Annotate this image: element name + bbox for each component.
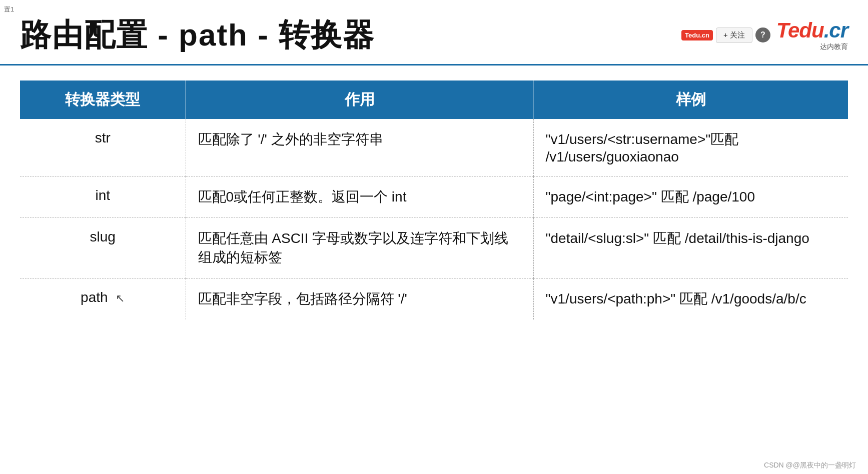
brand-block: Tedu.cr 达内教育 <box>776 18 848 52</box>
example-str: "v1/users/<str:username>"匹配 /v1/users/gu… <box>533 119 848 176</box>
content-area: 转换器类型 作用 样例 str 匹配除了 '/' 之外的非空字符串 "v1/us… <box>0 66 868 330</box>
example-path: "v1/users/<path:ph>" 匹配 /v1/goods/a/b/c <box>533 278 848 320</box>
follow-button[interactable]: + 关注 <box>716 28 752 43</box>
question-button[interactable]: ? <box>755 28 770 42</box>
table-header-row: 转换器类型 作用 样例 <box>20 80 848 119</box>
col-header-type: 转换器类型 <box>20 80 186 119</box>
page-title: 路由配置 - path - 转换器 <box>20 14 375 56</box>
desc-int: 匹配0或任何正整数。返回一个 int <box>186 176 533 218</box>
desc-str: 匹配除了 '/' 之外的非空字符串 <box>186 119 533 176</box>
desc-path: 匹配非空字段，包括路径分隔符 '/' <box>186 278 533 320</box>
type-int: int <box>20 176 186 218</box>
converter-table: 转换器类型 作用 样例 str 匹配除了 '/' 之外的非空字符串 "v1/us… <box>20 80 848 320</box>
col-header-example: 样例 <box>533 80 848 119</box>
header-area: 路由配置 - path - 转换器 Tedu.cn + 关注 ? Tedu.cr… <box>0 0 868 66</box>
example-int: "page/<int:page>" 匹配 /page/100 <box>533 176 848 218</box>
type-slug: slug <box>20 218 186 278</box>
footer-watermark: CSDN @@黑夜中的一盏明灯 <box>0 457 868 474</box>
brand-sub: 达内教育 <box>776 42 848 52</box>
top-right-controls: Tedu.cn + 关注 ? Tedu.cr 达内教育 <box>681 18 848 52</box>
slide-number: 置1 <box>4 5 14 14</box>
table-row: slug 匹配任意由 ASCII 字母或数字以及连字符和下划线组成的短标签 "d… <box>20 218 848 278</box>
cursor-icon: ↖ <box>116 292 125 305</box>
brand-name: Tedu.cr <box>776 18 848 42</box>
tedu-logo-box: Tedu.cn <box>681 30 713 40</box>
type-str: str <box>20 119 186 176</box>
type-path: path ↖ <box>20 278 186 320</box>
table-row: path ↖ 匹配非空字段，包括路径分隔符 '/' "v1/users/<pat… <box>20 278 848 320</box>
example-slug: "detail/<slug:sl>" 匹配 /detail/this-is-dj… <box>533 218 848 278</box>
table-row: str 匹配除了 '/' 之外的非空字符串 "v1/users/<str:use… <box>20 119 848 176</box>
table-row: int 匹配0或任何正整数。返回一个 int "page/<int:page>"… <box>20 176 848 218</box>
tedu-logo: Tedu.cn + 关注 ? <box>681 28 770 43</box>
col-header-desc: 作用 <box>186 80 533 119</box>
desc-slug: 匹配任意由 ASCII 字母或数字以及连字符和下划线组成的短标签 <box>186 218 533 278</box>
